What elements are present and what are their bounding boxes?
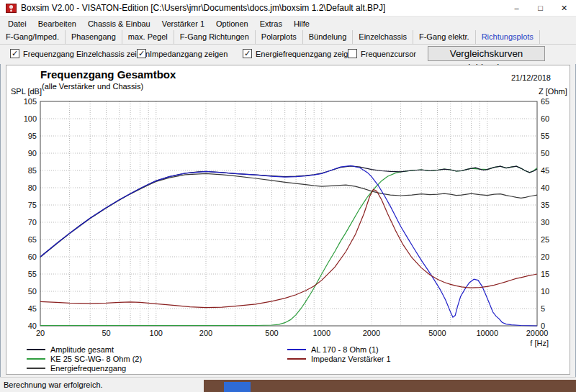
plot-frame xyxy=(40,101,537,326)
legend-line-sample xyxy=(27,368,45,369)
checkbox-box[interactable]: ✓ xyxy=(137,49,146,58)
y-left-tick: 105 xyxy=(24,97,37,106)
menu-item-extras[interactable]: Extras xyxy=(254,18,288,29)
tab-f-gang-elektr[interactable]: F-Gang elektr. xyxy=(413,30,476,44)
y-left-tick: 65 xyxy=(28,235,37,244)
y-right-tick: 10 xyxy=(541,287,549,296)
vergleichskurven-button[interactable]: Vergleichskurven einblenden xyxy=(428,46,545,61)
checkbox-energiefrequenzgang-zeigen[interactable]: ✓Energiefrequenzgang zeigen xyxy=(243,49,357,58)
display-options-toolbar: Vergleichskurven einblenden ✓Frequenzgan… xyxy=(0,45,576,64)
checkbox-impedanzgang-zeigen[interactable]: ✓Impedanzgang zeigen xyxy=(137,49,228,58)
legend-label: Amplitude gesamt xyxy=(50,345,114,354)
y-left-tick: 50 xyxy=(28,287,37,296)
legend-column-1: Amplitude gesamtKE 25 SC-WG- 8 Ohm (2)En… xyxy=(27,345,142,373)
curve-amplitude-gesamt xyxy=(40,166,537,257)
window-controls: – □ ✕ xyxy=(505,0,576,16)
tab-f-gang-richtungen[interactable]: F-Gang Richtungen xyxy=(174,30,256,44)
y-left-tick: 85 xyxy=(28,166,37,175)
menu-item-datei[interactable]: Datei xyxy=(2,18,32,29)
menu-item-optionen[interactable]: Optionen xyxy=(210,18,254,29)
y-left-tick: 60 xyxy=(28,252,37,261)
chart-legend: Amplitude gesamtKE 25 SC-WG- 8 Ohm (2)En… xyxy=(6,345,570,375)
y-left-tick: 55 xyxy=(28,270,37,278)
y-left-tick: 95 xyxy=(28,132,37,140)
y-left-tick: 90 xyxy=(28,149,37,158)
maximize-button[interactable]: □ xyxy=(528,0,552,16)
status-text: Berechnung war erfolgreich. xyxy=(4,380,103,389)
curve-impedanz-verst-rker-1 xyxy=(40,189,537,307)
app-icon xyxy=(6,4,17,13)
tab-max-pegel[interactable]: max. Pegel xyxy=(122,30,174,44)
y-right-tick: 15 xyxy=(541,270,549,278)
legend-line-sample xyxy=(287,358,306,360)
legend-label: KE 25 SC-WG- 8 Ohm (2) xyxy=(50,355,142,363)
legend-label: Energiefrequenzgang xyxy=(50,364,126,373)
x-tick: 100 xyxy=(150,329,163,337)
curve-ke-25-sc-wg-8-ohm-2 xyxy=(40,166,537,325)
y-left-tick: 80 xyxy=(28,183,37,192)
y-left-tick: 45 xyxy=(28,304,37,313)
legend-line-sample xyxy=(27,358,45,360)
close-button[interactable]: ✕ xyxy=(552,0,576,16)
tab-f-gang-imped[interactable]: F-Gang/Imped. xyxy=(0,30,66,44)
chart-panel: Frequenzgang Gesamtbox (alle Verstärker … xyxy=(6,65,570,375)
y-left-tick: 100 xyxy=(24,114,37,123)
tab-polarplots[interactable]: Polarplots xyxy=(256,30,303,44)
menu-item-hilfe[interactable]: Hilfe xyxy=(288,18,315,29)
curve-energiefrequenzgang xyxy=(40,173,537,257)
y-right-tick: 65 xyxy=(541,97,549,106)
legend-label: Impedanz Verstärker 1 xyxy=(311,355,391,363)
y-left-tick: 70 xyxy=(28,218,37,227)
y-right-tick: 35 xyxy=(541,201,549,209)
frequency-response-plot: 1056510060955590508545804075357030652560… xyxy=(6,65,571,375)
x-tick: 20000 xyxy=(526,329,549,337)
menu-item-bearbeiten[interactable]: Bearbeiten xyxy=(32,18,82,29)
background-window-fragment xyxy=(204,380,576,392)
checkbox-frequenzgang-einzelchassis-zeigen[interactable]: ✓Frequenzgang Einzelchassis zeigen xyxy=(10,49,150,58)
menu-item-chassis-einbau[interactable]: Chassis & Einbau xyxy=(82,18,156,29)
legend-label: AL 170 - 8 Ohm (1) xyxy=(311,345,379,354)
legend-line-sample xyxy=(27,349,45,350)
menu-bar: DateiBearbeitenChassis & EinbauVerstärke… xyxy=(0,17,576,30)
legend-line-sample xyxy=(287,349,306,350)
tab-phasengang[interactable]: Phasengang xyxy=(66,30,122,44)
checkbox-box[interactable]: ✓ xyxy=(243,49,252,58)
x-tick: 50 xyxy=(102,329,110,337)
x-tick: 200 xyxy=(199,329,212,337)
x-tick: 500 xyxy=(265,329,278,337)
checkbox-frequenzcursor[interactable]: Frequenzcursor xyxy=(348,49,416,58)
y-right-tick: 55 xyxy=(541,132,549,140)
legend-item-energiefrequenzgang: Energiefrequenzgang xyxy=(27,363,142,373)
checkbox-box[interactable] xyxy=(348,49,357,58)
window-title: Boxsim V2.00 - VISATON-Edition [C:\Users… xyxy=(21,3,385,13)
x-tick: 2000 xyxy=(363,329,380,337)
checkbox-label: Frequenzgang Einzelchassis zeigen xyxy=(23,50,150,58)
legend-item-amplitude-gesamt: Amplitude gesamt xyxy=(27,345,142,354)
legend-item-impedanz-verst-rker-1: Impedanz Verstärker 1 xyxy=(287,354,391,363)
curve-al-170-8-ohm-1 xyxy=(40,165,537,326)
checkbox-label: Frequenzcursor xyxy=(361,50,416,58)
tab-einzelchassis[interactable]: Einzelchassis xyxy=(353,30,413,44)
legend-item-ke-25-sc-wg-8-ohm-2: KE 25 SC-WG- 8 Ohm (2) xyxy=(27,354,142,363)
minimize-button[interactable]: – xyxy=(505,0,528,16)
legend-item-al-170-8-ohm-1: AL 170 - 8 Ohm (1) xyxy=(287,345,391,354)
tab-b-ndelung[interactable]: Bündelung xyxy=(303,30,354,44)
y-left-tick: 75 xyxy=(28,201,37,209)
x-tick: 20 xyxy=(36,329,45,337)
tab-richtungsplots[interactable]: Richtungsplots xyxy=(476,30,540,44)
legend-column-2: AL 170 - 8 Ohm (1)Impedanz Verstärker 1 xyxy=(287,345,391,363)
tab-bar: F-Gang/Imped.Phasengangmax. PegelF-Gang … xyxy=(0,30,576,45)
checkbox-box[interactable]: ✓ xyxy=(10,49,19,58)
checkbox-label: Energiefrequenzgang zeigen xyxy=(256,50,357,58)
taskbar-icon-fragment xyxy=(224,382,251,392)
title-bar: Boxsim V2.00 - VISATON-Edition [C:\Users… xyxy=(0,0,576,17)
y-right-tick: 25 xyxy=(541,235,549,244)
y-right-tick: 30 xyxy=(541,218,549,227)
x-tick: 1000 xyxy=(313,329,330,337)
y-right-tick: 40 xyxy=(541,183,549,192)
menu-item-verst-rker-1[interactable]: Verstärker 1 xyxy=(156,18,210,29)
y-right-tick: 5 xyxy=(541,304,545,313)
y-right-tick: 45 xyxy=(541,166,549,175)
y-right-tick: 50 xyxy=(541,149,549,158)
x-tick: 5000 xyxy=(428,329,446,337)
